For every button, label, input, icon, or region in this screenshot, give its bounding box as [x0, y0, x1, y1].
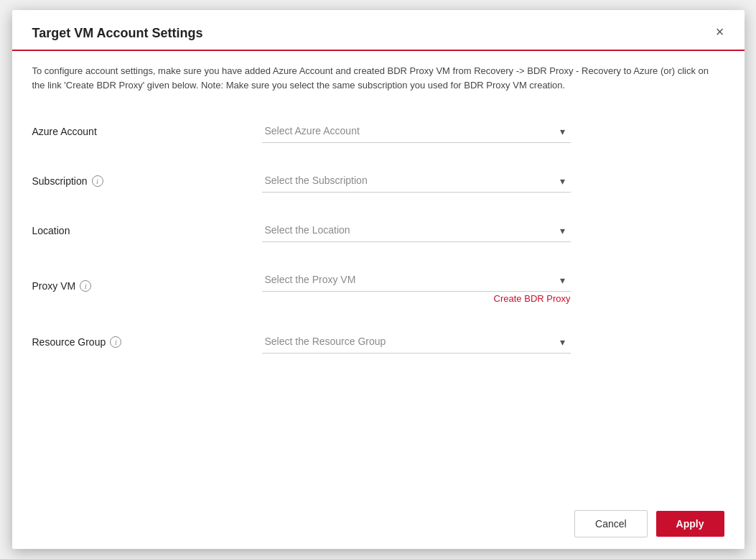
- select-subscription[interactable]: Select the Subscription: [262, 169, 571, 193]
- control-wrapper-proxy-vm: Select the Proxy VMCreate BDR Proxy: [262, 268, 724, 304]
- select-wrapper-resource-group: Select the Resource Group: [262, 330, 571, 354]
- select-wrapper-subscription: Select the Subscription: [262, 169, 571, 193]
- dialog-footer: Cancel Apply: [12, 499, 745, 549]
- form-row-subscription: SubscriptioniSelect the Subscription: [32, 156, 724, 205]
- select-azure-account[interactable]: Select Azure Account: [262, 119, 571, 143]
- dialog-header: Target VM Account Settings ×: [12, 10, 745, 51]
- form-row-azure-account: Azure AccountSelect Azure Account: [32, 106, 724, 156]
- control-wrapper-azure-account: Select Azure Account: [262, 119, 724, 143]
- form-row-location: LocationSelect the Location: [32, 205, 724, 255]
- select-proxy-vm[interactable]: Select the Proxy VM: [262, 268, 571, 292]
- select-wrapper-proxy-vm: Select the Proxy VM: [262, 268, 571, 292]
- help-icon-subscription[interactable]: i: [92, 175, 103, 187]
- control-wrapper-resource-group: Select the Resource Group: [262, 330, 724, 354]
- cancel-button[interactable]: Cancel: [574, 510, 648, 537]
- select-location[interactable]: Select the Location: [262, 218, 571, 242]
- label-proxy-vm: Proxy VMi: [32, 280, 262, 292]
- close-button[interactable]: ×: [711, 23, 729, 40]
- form-row-resource-group: Resource GroupiSelect the Resource Group: [32, 317, 724, 366]
- label-resource-group: Resource Groupi: [32, 336, 262, 348]
- dialog-title: Target VM Account Settings: [32, 26, 203, 40]
- target-vm-account-settings-dialog: Target VM Account Settings × To configur…: [12, 10, 745, 549]
- apply-button[interactable]: Apply: [656, 511, 724, 537]
- help-icon-proxy-vm[interactable]: i: [80, 280, 91, 292]
- form-row-proxy-vm: Proxy VMiSelect the Proxy VMCreate BDR P…: [32, 255, 724, 317]
- control-wrapper-location: Select the Location: [262, 218, 724, 242]
- label-azure-account: Azure Account: [32, 126, 262, 137]
- control-wrapper-subscription: Select the Subscription: [262, 169, 724, 193]
- label-location: Location: [32, 225, 262, 236]
- select-wrapper-location: Select the Location: [262, 218, 571, 242]
- help-icon-resource-group[interactable]: i: [110, 336, 121, 348]
- dialog-body: Azure AccountSelect Azure AccountSubscri…: [12, 99, 745, 499]
- select-resource-group[interactable]: Select the Resource Group: [262, 330, 571, 354]
- label-subscription: Subscriptioni: [32, 175, 262, 187]
- dialog-description: To configure account settings, make sure…: [12, 51, 745, 99]
- select-wrapper-azure-account: Select Azure Account: [262, 119, 571, 143]
- create-bdr-proxy-link[interactable]: Create BDR Proxy: [262, 293, 571, 304]
